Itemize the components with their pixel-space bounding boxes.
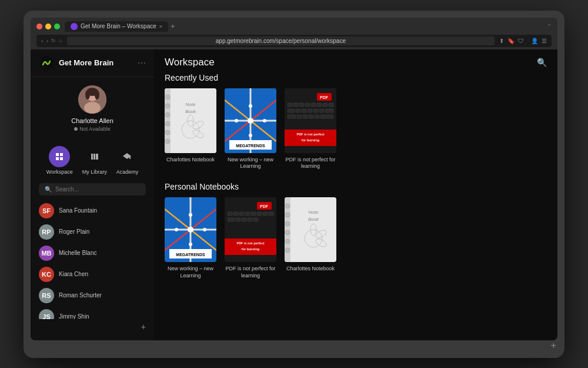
notebook-title: Charlottes Notebook [166, 157, 215, 164]
header-search-icon[interactable]: 🔍 [537, 58, 547, 67]
settings-icon[interactable]: ☰ [542, 38, 547, 44]
sidebar-options-icon[interactable]: ⋯ [138, 58, 146, 68]
maximize-button[interactable] [54, 24, 60, 29]
person-avatar: JS [39, 309, 54, 319]
svg-point-79 [189, 243, 192, 246]
pn-card-notebook[interactable]: Note Book Charlottes Notebook [285, 197, 336, 279]
svg-rect-45 [293, 103, 298, 107]
avatar-image [78, 85, 106, 114]
svg-point-75 [188, 227, 193, 233]
svg-point-39 [249, 104, 252, 108]
logo-icon [39, 55, 54, 71]
recently-used-title: Recently Used [165, 73, 547, 82]
svg-text:PDF is not perfect: PDF is not perfect [236, 241, 264, 245]
svg-rect-84 [233, 212, 238, 216]
list-item[interactable]: RS Roman Schurter [31, 285, 154, 306]
status-indicator [74, 127, 78, 131]
share-icon[interactable]: ⬆ [499, 38, 504, 44]
pn-megatrends-title: New working – new Learning [165, 266, 216, 279]
url-input[interactable] [67, 37, 495, 45]
svg-rect-60 [297, 115, 302, 118]
list-item[interactable]: SF Sana Fountain [31, 200, 154, 221]
svg-point-24 [165, 139, 170, 144]
svg-rect-62 [309, 115, 313, 118]
svg-rect-64 [320, 115, 333, 118]
pn-megatrends-thumb: MEGATRENDS [165, 197, 216, 262]
forward-button[interactable]: › [46, 37, 49, 44]
svg-rect-10 [56, 157, 59, 160]
svg-point-37 [235, 119, 238, 122]
pn-card-pdf[interactable]: PDF PDF is not perfect for learning PDF … [225, 197, 276, 279]
svg-rect-57 [319, 109, 324, 112]
nav-buttons: ‹ › ↻ ⌂ [41, 37, 62, 44]
list-item[interactable]: MB Michelle Blanc [31, 243, 154, 264]
svg-text:Book: Book [308, 217, 319, 222]
svg-text:MEGATRENDS: MEGATRENDS [236, 144, 265, 148]
svg-rect-44 [288, 103, 292, 107]
card-pdf[interactable]: PDF PDF is not perfect for learning P [285, 88, 336, 170]
status-text: Not Available [79, 126, 110, 132]
bookmark-icon[interactable]: 🔖 [507, 38, 514, 44]
sidebar-add-button[interactable]: + [31, 319, 154, 334]
main-scroll[interactable]: Recently Used [154, 73, 557, 340]
pn-notebook-svg: Note Book [285, 197, 336, 262]
svg-text:PDF: PDF [320, 95, 329, 100]
list-item[interactable]: JS Jimmy Shin [31, 306, 154, 319]
profile-icon[interactable]: 👤 [531, 38, 538, 44]
personal-notebooks-cards: MEGATRENDS New working – new Learning [165, 197, 547, 279]
svg-rect-85 [239, 212, 244, 216]
person-name: Sana Fountain [59, 207, 97, 214]
svg-point-106 [285, 230, 290, 235]
list-item[interactable]: KC Kiara Chen [31, 264, 154, 285]
workspace-icon [49, 146, 70, 167]
tab-close-button[interactable]: × [159, 24, 162, 29]
pn-card-megatrends[interactable]: MEGATRENDS New working – new Learning [165, 197, 216, 279]
svg-point-19 [165, 95, 170, 100]
search-bar: 🔍 [39, 183, 146, 195]
search-icon: 🔍 [45, 186, 52, 193]
card-megatrends[interactable]: MEGATRENDS New working – new Learning [225, 88, 276, 170]
svg-point-105 [285, 221, 290, 226]
svg-text:Note: Note [186, 102, 196, 107]
list-item[interactable]: RP Roger Plain [31, 221, 154, 243]
laptop-screen: Get More Brain – Workspace × + ⌃ ‹ › ↻ ⌂… [31, 18, 557, 340]
search-input[interactable] [55, 186, 140, 193]
svg-rect-87 [251, 212, 256, 216]
svg-rect-47 [305, 103, 310, 107]
user-avatar [78, 85, 106, 114]
svg-rect-9 [60, 153, 63, 156]
sidebar-logo: Get More Brain ⋯ [31, 55, 154, 77]
pdf-svg: PDF PDF is not perfect for learning [285, 88, 336, 153]
browser-chrome: Get More Brain – Workspace × + ⌃ ‹ › ↻ ⌂… [31, 18, 557, 49]
back-button[interactable]: ‹ [41, 37, 44, 44]
new-tab-button[interactable]: + [171, 22, 175, 31]
person-avatar: KC [39, 267, 54, 282]
active-tab[interactable]: Get More Brain – Workspace × [65, 21, 168, 32]
personal-notebooks-title: Personal Notebooks [165, 182, 547, 191]
address-bar: ‹ › ↻ ⌂ ⬆ 🔖 🛡 👤 ☰ [36, 35, 552, 47]
nav-library[interactable]: My Library [82, 146, 107, 175]
pdf-title: PDF is not perfect for learning [285, 157, 336, 170]
nav-academy[interactable]: Academy [116, 146, 139, 175]
nav-workspace[interactable]: Workspace [46, 146, 73, 175]
megatrends-cover: MEGATRENDS [225, 88, 276, 153]
person-avatar: SF [39, 203, 54, 218]
svg-point-6 [85, 90, 90, 100]
svg-rect-46 [299, 103, 304, 107]
notebook-svg: Note Book [165, 88, 216, 153]
pdf-cover: PDF PDF is not perfect for learning [285, 88, 336, 153]
academy-label: Academy [116, 169, 139, 175]
minimize-button[interactable] [45, 24, 51, 29]
close-button[interactable] [36, 24, 42, 29]
card-charlottes-notebook[interactable]: Note Book [165, 88, 216, 170]
home-button[interactable]: ⌂ [59, 38, 62, 44]
personal-notebooks-section: Personal Notebooks [165, 182, 547, 279]
svg-rect-51 [329, 103, 333, 107]
reload-button[interactable]: ↻ [51, 38, 56, 44]
svg-point-107 [285, 239, 290, 244]
svg-rect-93 [242, 218, 246, 221]
person-name: Jimmy Shin [59, 313, 89, 319]
svg-point-76 [175, 228, 178, 231]
svg-text:MEGATRENDS: MEGATRENDS [176, 253, 205, 257]
svg-rect-49 [317, 103, 322, 107]
